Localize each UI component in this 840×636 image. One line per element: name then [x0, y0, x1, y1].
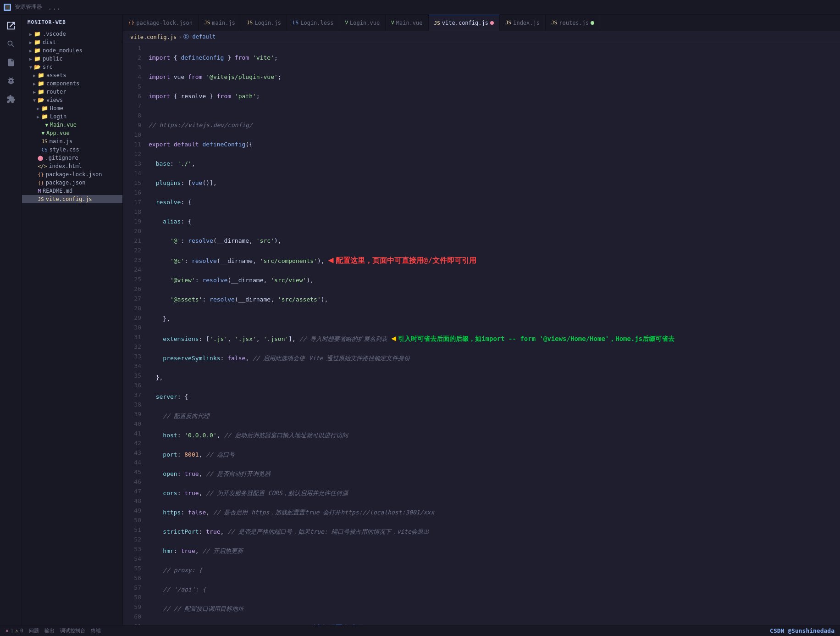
folder-icon: 📁 [38, 89, 44, 95]
sidebar-item-assets[interactable]: ▶ 📁 assets [22, 71, 122, 79]
folder-icon: 📁 [41, 105, 48, 112]
sidebar-label: main.js [50, 138, 73, 145]
chevron-icon: ▶ [37, 114, 39, 119]
sidebar-item-main-vue[interactable]: ▼ Main.vue [22, 121, 122, 129]
md-icon: M [38, 188, 41, 194]
sidebar-item-components[interactable]: ▶ 📁 components [22, 79, 122, 88]
chevron-icon: ▶ [33, 89, 36, 95]
sidebar-label: src [43, 64, 53, 70]
sidebar-item-package-json[interactable]: {} package.json [22, 179, 122, 187]
sidebar-label: components [46, 80, 79, 87]
spacer [29, 163, 36, 169]
sidebar-label: .gitignore [45, 155, 78, 161]
tab-routes-js[interactable]: JS routes.js [546, 15, 600, 31]
activity-search[interactable] [4, 37, 18, 51]
code-editor[interactable]: 12345 678910 1112131415 1617181920 21222… [123, 43, 840, 625]
sidebar-label: Main.vue [50, 122, 77, 128]
tab-package-lock[interactable]: {} package-lock.json [123, 15, 199, 31]
tab-login-less[interactable]: LS Login.less [287, 15, 340, 31]
status-bar: ✕ 1 ⚠ 0 问题 输出 调试控制台 终端 CSDN @Sunshinedad… [0, 625, 840, 636]
app-icon: ⬛ [4, 4, 11, 11]
chevron-icon: ▶ [33, 73, 36, 78]
folder-icon: 📁 [34, 39, 41, 45]
tabs-bar: {} package-lock.json JS main.js JS Login… [123, 15, 840, 31]
tab-modified-dot [591, 21, 594, 25]
js-icon: JS [41, 139, 47, 145]
sidebar-item-package-lock[interactable]: {} package-lock.json [22, 170, 122, 179]
sidebar-label: style.css [50, 146, 79, 153]
sidebar-item-index-html[interactable]: </> index.html [22, 162, 122, 170]
chevron-icon: ▶ [29, 56, 32, 61]
html-icon: </> [38, 163, 47, 169]
status-debug-console[interactable]: 调试控制台 [60, 627, 85, 634]
sidebar-item-public[interactable]: ▶ 📁 public [22, 55, 122, 63]
chevron-icon: ▶ [33, 81, 36, 86]
json-icon: {} [38, 180, 44, 186]
activity-explorer[interactable] [4, 18, 18, 33]
activity-extensions[interactable] [4, 92, 18, 106]
sidebar-label: dist [43, 39, 56, 45]
sidebar-label: router [46, 89, 66, 95]
tab-login-vue[interactable]: V Login.vue [339, 15, 386, 31]
folder-icon: 📁 [34, 47, 41, 54]
sidebar-item-style-css[interactable]: CS style.css [22, 145, 122, 154]
folder-icon: 📂 [38, 97, 44, 103]
sidebar-item-vite-config[interactable]: JS vite.config.js [22, 195, 122, 203]
folder-icon: 📁 [38, 80, 44, 87]
vue-icon: ▼ [41, 130, 44, 136]
spacer [33, 130, 39, 136]
breadcrumb: vite.config.js › ⓪ default [123, 31, 840, 43]
sidebar-item-dist[interactable]: ▶ 📁 dist [22, 38, 122, 46]
title-bar: ⬛ 资源管理器 ... [0, 0, 840, 15]
chevron-icon: ▶ [37, 106, 39, 111]
tab-main-js[interactable]: JS main.js [199, 15, 241, 31]
error-count: 1 [11, 628, 14, 634]
sidebar-item-src[interactable]: ▼ 📂 src [22, 63, 122, 71]
folder-icon: 📂 [34, 64, 41, 70]
sidebar-label: index.html [49, 163, 82, 169]
status-left: ✕ 1 ⚠ 0 问题 输出 调试控制台 终端 [6, 627, 101, 634]
status-right: CSDN @Sunshinedada [770, 627, 834, 634]
line-numbers: 12345 678910 1112131415 1617181920 21222… [123, 43, 145, 625]
sidebar-label: .vscode [43, 31, 66, 37]
sidebar-item-login[interactable]: ▶ 📁 Login [22, 112, 122, 121]
activity-git[interactable] [4, 55, 18, 70]
warn-count: 0 [20, 628, 23, 634]
tab-vite-config[interactable]: JS vite.config.js [429, 15, 500, 31]
tab-main-vue[interactable]: V Main.vue [386, 15, 428, 31]
sidebar-item-gitignore[interactable]: ⬤ .gitignore [22, 154, 122, 162]
chevron-icon: ▶ [29, 40, 32, 45]
sidebar-label: views [46, 97, 63, 103]
sidebar-item-node-modules[interactable]: ▶ 📁 node_modules [22, 46, 122, 55]
sidebar-item-home[interactable]: ▶ 📁 Home [22, 104, 122, 112]
status-errors[interactable]: ✕ 1 ⚠ 0 [6, 627, 23, 634]
sidebar-item-app-vue[interactable]: ▼ App.vue [22, 129, 122, 137]
spacer [29, 179, 36, 186]
sidebar-item-views[interactable]: ▼ 📂 views [22, 96, 122, 104]
spacer [29, 188, 36, 194]
sidebar-item-main-js[interactable]: JS main.js [22, 137, 122, 145]
sidebar-label: node_modules [43, 47, 83, 54]
sidebar: MONITOR-WEB ▶ 📁 .vscode ▶ 📁 dist ▶ 📁 nod… [22, 15, 123, 625]
folder-icon: 📁 [34, 31, 41, 37]
js-icon: JS [38, 196, 44, 202]
tab-index-js[interactable]: JS index.js [500, 15, 546, 31]
title-bar-text: 资源管理器 [15, 3, 42, 11]
csdn-credit: CSDN @Sunshinedada [770, 627, 834, 634]
status-output[interactable]: 输出 [44, 627, 55, 634]
sidebar-item-vscode[interactable]: ▶ 📁 .vscode [22, 30, 122, 38]
spacer [29, 196, 36, 202]
activity-debug[interactable] [4, 73, 18, 88]
sidebar-item-router[interactable]: ▶ 📁 router [22, 88, 122, 96]
folder-icon: 📁 [41, 113, 48, 120]
spacer [29, 155, 36, 161]
title-bar-menu[interactable]: ... [48, 3, 61, 11]
spacer [37, 122, 43, 128]
activity-bar [0, 15, 22, 625]
code-content[interactable]: import { defineConfig } from 'vite'; imp… [145, 43, 840, 625]
status-problems[interactable]: 问题 [29, 627, 39, 634]
tab-login-js[interactable]: JS Login.js [241, 15, 287, 31]
vue-icon: ▼ [45, 122, 48, 128]
sidebar-item-readme[interactable]: M README.md [22, 187, 122, 195]
status-terminal[interactable]: 终端 [91, 627, 101, 634]
